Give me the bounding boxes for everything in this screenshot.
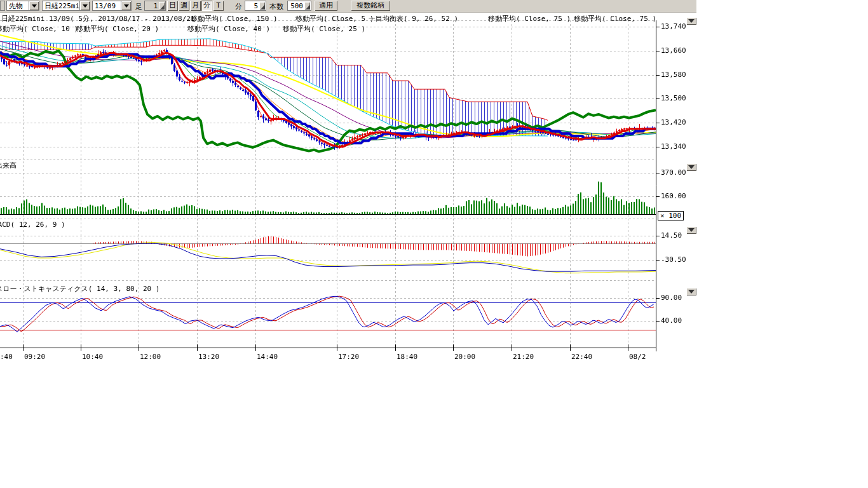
x-axis-time-label: :40: [0, 353, 13, 361]
instrument-type-dropdown[interactable]: 先物: [6, 1, 39, 11]
macd-y-tick-label: 14.50: [661, 231, 682, 240]
x-axis-time-label: 21:20: [513, 353, 534, 361]
symbol-value: 日経225mini: [43, 1, 79, 11]
price-y-tick-label: 13,740: [661, 22, 686, 30]
chevron-down-icon: [688, 290, 695, 294]
spinner-handle-icon[interactable]: [304, 2, 310, 10]
contract-month-dropdown[interactable]: 13/09: [92, 1, 132, 11]
bar-count-spinner[interactable]: 500: [287, 1, 311, 11]
minutes-value: 5: [245, 2, 259, 10]
bar-count-value: 500: [288, 2, 304, 10]
indicator-label: 移動平均( Close, 25 ): [283, 24, 365, 34]
chart-plot-area[interactable]: [0, 0, 699, 369]
chevron-down-icon: [688, 19, 695, 23]
instrument-type-value: 先物: [7, 1, 29, 11]
x-axis-time-label: 13:20: [198, 353, 219, 361]
spinner-handle-icon[interactable]: [259, 2, 265, 10]
indicator-label: 移動平均( Close, 75 ): [488, 14, 571, 24]
x-axis-time-label: 10:40: [82, 353, 103, 361]
chart-application-window: 先物 日経225mini 13/09 足 1 日 週 月 分 T 分 5 本数 …: [0, 0, 868, 488]
stoch-panel-menu-button[interactable]: [686, 288, 696, 295]
minutes-label: 分: [235, 2, 242, 11]
minutes-spinner[interactable]: 5: [245, 1, 266, 11]
price-y-tick-label: 13,340: [661, 142, 686, 151]
stochastics-panel-label: スロー・ストキャスティクス( 14, 3, 80, 20 ): [0, 284, 159, 294]
x-axis-time-label: 18:40: [397, 353, 417, 361]
x-axis-time-label: 22:40: [571, 353, 592, 361]
ashi-interval-spinner[interactable]: 1: [144, 1, 166, 11]
spinner-handle-icon[interactable]: [159, 2, 165, 10]
contract-month-value: 13/09: [93, 2, 121, 10]
macd-y-tick-label: -30.50: [661, 255, 686, 264]
chevron-down-icon[interactable]: [79, 1, 90, 10]
period-tick-button[interactable]: T: [213, 1, 224, 11]
period-monthly-button[interactable]: 月: [190, 1, 201, 11]
indicator-label: 移動平均( Close, 10 ): [0, 24, 78, 34]
symbol-dropdown[interactable]: 日経225mini: [42, 1, 90, 11]
volume-multiplier-badge: × 100: [658, 211, 684, 220]
volume-y-tick-label: 160.00: [661, 192, 686, 200]
stoch-y-tick-label: 40.00: [661, 316, 682, 325]
indicator-label: 移動平均( Close, 40 ): [187, 24, 270, 34]
volume-y-tick-label: 370.00: [661, 168, 686, 177]
x-axis-time-label: 09:20: [24, 353, 45, 361]
stoch-y-tick-label: 90.00: [661, 294, 682, 302]
volume-panel-menu-button[interactable]: [686, 163, 696, 171]
price-y-tick-label: 13,500: [661, 94, 686, 102]
x-axis-time-label: 14:40: [257, 353, 278, 361]
x-axis-time-label: 08/2: [629, 353, 646, 361]
price-panel-menu-button[interactable]: [686, 17, 696, 25]
indicator-label: 移動平均( Close, 150 ): [191, 14, 278, 24]
ashi-label: 足: [135, 2, 142, 11]
chevron-down-icon: [688, 228, 695, 232]
macd-panel-menu-button[interactable]: [686, 226, 696, 234]
indicator-label: 移動平均( Close, 75 ): [574, 14, 656, 24]
ashi-interval-value: 1: [145, 2, 159, 10]
bar-count-label: 本数: [269, 2, 283, 11]
x-axis-time-label: 20:00: [454, 353, 475, 361]
chevron-down-icon[interactable]: [121, 1, 131, 10]
period-minute-button[interactable]: 分: [201, 1, 212, 11]
indicator-label: 一目均衡表( 9, 26, 52 ): [369, 14, 458, 24]
indicator-label: 移動平均( Close, 5 ): [295, 14, 374, 24]
price-y-tick-label: 13,420: [661, 118, 686, 126]
indicator-label: 移動平均( Close, 20 ): [76, 24, 159, 34]
multi-symbol-button[interactable]: 複数銘柄: [351, 1, 390, 11]
macd-panel-label: MACD( 12, 26, 9 ): [0, 220, 65, 229]
chevron-down-icon[interactable]: [29, 1, 39, 10]
chart-title: 日経225mini 13/09( 5分, 2013/08/17 - 2013/0…: [1, 14, 203, 24]
price-y-tick-label: 13,660: [661, 46, 686, 55]
x-axis-time-label: 12:00: [140, 353, 161, 361]
x-axis-time-label: 17:20: [338, 353, 359, 361]
volume-panel-label: 出来高: [0, 161, 17, 170]
chevron-down-icon: [688, 165, 695, 169]
clipped-control-fragment: [0, 1, 5, 11]
period-weekly-button[interactable]: 週: [179, 1, 189, 11]
period-daily-button[interactable]: 日: [167, 1, 178, 11]
toolbar: 先物 日経225mini 13/09 足 1 日 週 月 分 T 分 5 本数 …: [0, 0, 696, 13]
apply-button[interactable]: 適用: [315, 1, 337, 11]
price-y-tick-label: 13,580: [661, 71, 686, 79]
